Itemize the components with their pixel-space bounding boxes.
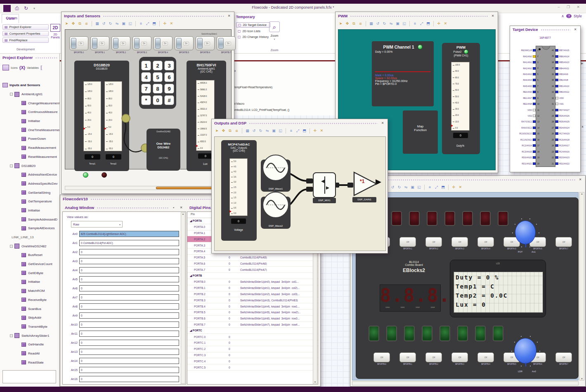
group-icon[interactable]: ▣ <box>271 128 276 134</box>
tree-item-matchrom[interactable]: MatchROM <box>0 286 59 296</box>
analog-value-an11[interactable]: 0 <box>79 331 179 337</box>
analog-value-an8[interactable]: 0 <box>79 303 179 310</box>
new-component-icon[interactable]: ▦ <box>245 128 250 134</box>
tree-item-gethandle[interactable]: GetHandle <box>0 340 59 349</box>
zoom-out-icon[interactable]: ✕ <box>319 128 324 134</box>
tree-item-samplealldevices[interactable]: SampleAllDevices <box>0 224 59 233</box>
paste-icon[interactable]: ⧈ <box>234 128 239 134</box>
tree-item-readmeasurement[interactable]: ReadMeasurement <box>0 143 59 153</box>
ungroup-icon[interactable]: ◱ <box>278 128 283 134</box>
align-icon[interactable]: ≡ <box>138 21 144 26</box>
tree-item-continuousmeasure[interactable]: ContinuousMeasure <box>0 108 59 117</box>
analog-value-an2[interactable]: 0 <box>79 249 179 255</box>
tree-item-inputs-and-sensors[interactable]: Inputs and Sensors <box>0 81 59 90</box>
zoom-in-icon[interactable]: ✛ <box>451 185 456 190</box>
help-icon[interactable]: ? <box>566 14 572 18</box>
view-values-as-select[interactable]: Raw ▾ <box>71 221 123 228</box>
switch--portb-5[interactable]: On <box>175 36 194 50</box>
close-icon[interactable]: ✕ <box>578 177 583 182</box>
tree-item-onetimemeasurement[interactable]: OneTimeMeasurement <box>0 125 59 134</box>
temp2-slider[interactable]: 125.0105.085.065.045.025.05.0-15.0-35.0-… <box>104 81 122 151</box>
analog-value-an12[interactable]: 0 <box>79 340 179 346</box>
switch--portb-2[interactable]: On <box>111 36 130 50</box>
digital-pin-portc-4[interactable]: PORTC.40 <box>187 358 318 364</box>
tab-comm[interactable]: Comm <box>2 14 21 23</box>
digital-group-portb[interactable]: ◢ PORTB <box>187 273 318 279</box>
flip-icon[interactable]: ⇋ <box>388 21 394 26</box>
inputs-hscrollbar[interactable] <box>65 186 232 190</box>
select-icon[interactable]: ➤ <box>338 21 343 26</box>
keypad-key-3[interactable]: 3 <box>164 61 174 70</box>
keypad-key-#[interactable]: # <box>164 95 174 105</box>
ungroup-icon[interactable]: ◱ <box>128 21 133 26</box>
view-option-2d-change-history[interactable]: ▢2D Change History <box>236 35 270 39</box>
keypad-key-4[interactable]: 4 <box>141 72 151 82</box>
board-button--porta-2[interactable]: Off <box>425 237 442 247</box>
tree-item-readall[interactable]: ReadAll <box>0 349 59 358</box>
zoom-out-icon[interactable]: ✕ <box>458 185 463 190</box>
digital-pin-portc-3[interactable]: PORTC.30 <box>187 352 318 359</box>
align-icon[interactable]: ≡ <box>427 185 432 190</box>
rotate-right-icon[interactable]: ↻ <box>382 21 387 26</box>
board-button--portb-0[interactable]: Off <box>373 352 390 362</box>
horizontal-scrollbar[interactable] <box>352 381 579 385</box>
tree-item-resetmeasurement[interactable]: ResetMeasurement <box>0 153 59 162</box>
distribute-icon[interactable]: ⤢ <box>145 21 150 26</box>
digital-pin-portb-3[interactable]: PORTB.30SwitchArraySlider1(pin3), ComboB… <box>187 297 318 303</box>
pan-icon[interactable]: ✥ <box>71 21 76 26</box>
zoom-out-icon[interactable]: ✕ <box>169 21 174 26</box>
digital-pin-portc-2[interactable]: PORTC.20 <box>187 346 318 352</box>
order-icon[interactable]: ⬒ <box>425 21 431 26</box>
order-icon[interactable]: ⬒ <box>151 21 157 26</box>
vertical-scrollbar[interactable]: ▲ ▼ <box>579 192 584 380</box>
tree-item-addressspecificdev[interactable]: AddressSpecificDev <box>0 179 59 188</box>
digital-pin-portb-6[interactable]: PORTB.60SwitchArraySlider1(pin6), keypad… <box>187 316 318 322</box>
board-button--portb-3[interactable]: Off <box>451 352 468 362</box>
rotate-right-icon[interactable]: ↻ <box>108 21 113 26</box>
analog-value-an9[interactable]: 0 <box>79 312 179 319</box>
digital-pin-porta-6[interactable]: PORTA.60ComboBL0114(PinA6) <box>187 261 318 267</box>
keypad-key-*[interactable]: * <box>141 95 151 105</box>
tree-item-getidbyte[interactable]: GetIDByte <box>0 268 59 277</box>
tree-item-sampleaddressedd[interactable]: SampleAddressedD <box>0 215 59 224</box>
voltage-slider[interactable]: 5.04.54.03.53.02.52.01.51.00.50.0 <box>229 158 248 216</box>
analog-value-an15[interactable]: 0 <box>79 367 179 373</box>
keypad-key-8[interactable]: 8 <box>153 84 163 94</box>
digital-pin-portc-0[interactable]: PORTC.00 <box>187 334 318 340</box>
tree-item-gettemperature[interactable]: GetTemperature <box>0 197 59 206</box>
digital-pin-portb-4[interactable]: PORTB.40SwitchArraySlider1(pin4), keypad… <box>187 303 318 310</box>
tree-item-link-line-13[interactable]: LINK_LINE_13 <box>0 233 59 242</box>
pan-icon[interactable]: ✥ <box>345 21 350 26</box>
paste-icon[interactable]: ⧈ <box>358 21 363 26</box>
keypad-key-5[interactable]: 5 <box>153 72 163 82</box>
rotate-left-icon[interactable]: ↺ <box>251 128 257 134</box>
tree-item-getdevicecount[interactable]: GetDeviceCount <box>0 260 59 269</box>
tree-item-transmitbyte[interactable]: TransmitByte <box>0 322 59 331</box>
view-option-2d-icon-lists[interactable]: ▢2D Icon Lists <box>236 29 270 33</box>
tree-item-switcharrayslider1[interactable]: –SwitchArraySlider1 <box>0 331 59 340</box>
pot-knob[interactable] <box>515 221 536 244</box>
panels-2d-button[interactable]: 2D 2D Panels <box>50 24 60 39</box>
analog-value-an14[interactable]: 0 <box>79 358 179 364</box>
tree-item-busreset[interactable]: BusReset <box>0 251 59 260</box>
temp1-slider[interactable]: 125.0105.085.065.045.025.05.0-15.0-35.0-… <box>83 81 101 151</box>
analog-value-an10[interactable]: 0 <box>79 322 179 328</box>
scroll-down-icon[interactable]: ▼ <box>580 378 584 380</box>
switch--portb-3[interactable]: On <box>132 36 151 50</box>
new-component-icon[interactable]: ▦ <box>369 21 374 26</box>
analog-value-an1[interactable]: 0 ComboBL0114(Pot ADC) <box>79 240 179 246</box>
icons-tab-label[interactable]: Icons <box>11 66 18 69</box>
tree-item-addressnextdevice[interactable]: AddressNextDevice <box>0 170 59 179</box>
keypad-key-6[interactable]: 6 <box>164 72 174 82</box>
distribute-icon[interactable]: ⤢ <box>295 128 300 134</box>
keypad-key-7[interactable]: 7 <box>141 84 151 94</box>
analog-value-an5[interactable]: 0 <box>79 276 179 282</box>
align-icon[interactable]: ≡ <box>412 21 418 26</box>
analog-value-an16[interactable]: 0 <box>79 376 179 382</box>
tree-item-getserialstring[interactable]: GetSerialString <box>0 188 59 197</box>
close-icon[interactable]: ✕ <box>490 14 495 19</box>
flip-icon[interactable]: ⇋ <box>265 128 270 134</box>
copy-icon[interactable]: ⧉ <box>227 128 233 134</box>
tree-item-readstate[interactable]: ReadState <box>0 358 59 367</box>
tree-item-skipaddr[interactable]: SkipAddr <box>0 313 59 322</box>
